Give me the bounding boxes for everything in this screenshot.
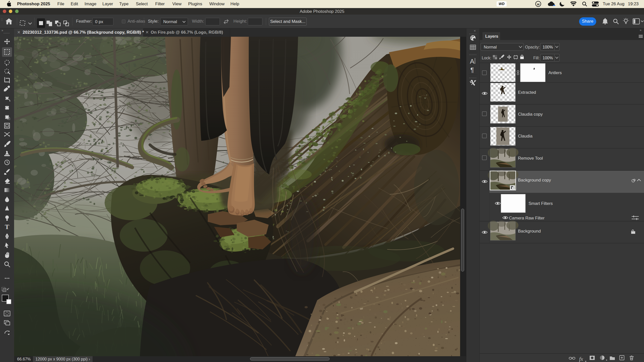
svg-text:Normal: Normal [484,45,497,49]
svg-text:fx: fx [579,356,583,362]
svg-text:»: » [2,29,3,32]
svg-text:Remove Tool: Remove Tool [518,156,543,161]
svg-text:Lock:: Lock: [482,56,491,60]
svg-text:Background: Background [518,229,541,234]
svg-text:Claudia copy: Claudia copy [518,112,543,117]
svg-text:T: T [5,223,9,231]
svg-text:»: » [640,28,641,32]
svg-text:Extracted: Extracted [518,90,536,95]
svg-text:Opacity:: Opacity: [525,45,540,49]
svg-text:100%: 100% [543,56,553,60]
svg-text:Antlers: Antlers [548,70,562,75]
svg-text:100%: 100% [543,45,553,49]
svg-text:A: A [470,58,474,65]
svg-text:Background copy: Background copy [518,178,551,183]
svg-text:Fill:: Fill: [533,56,540,60]
svg-text:¶: ¶ [470,66,474,74]
svg-text:«: « [474,29,476,32]
svg-text:Smart Filters: Smart Filters [529,201,553,206]
svg-text:Camera Raw Filter: Camera Raw Filter [509,216,545,220]
svg-text:Layers: Layers [485,34,498,38]
svg-text:Claudia: Claudia [518,134,533,139]
